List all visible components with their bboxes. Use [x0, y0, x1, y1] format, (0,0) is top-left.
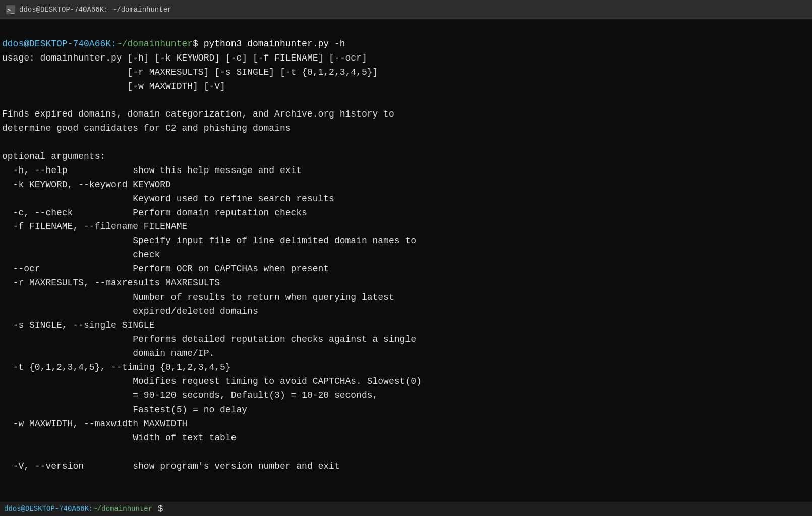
output-line-1: usage: domainhunter.py [-h] [-k KEYWORD]… — [2, 53, 422, 471]
terminal-body: ddos@DESKTOP-740A66K:~/domainhunter$ pyt… — [0, 19, 812, 491]
user-host: ddos@DESKTOP-740A66K: — [2, 39, 117, 49]
svg-text:>_: >_ — [7, 7, 15, 14]
terminal-icon: >_ — [6, 5, 15, 14]
bottom-user: ddos@DESKTOP-740A66K: — [4, 505, 93, 513]
prompt-path: ~/domainhunter — [117, 39, 193, 49]
bottom-bar: ddos@DESKTOP-740A66K: ~/domainhunter $ — [0, 502, 812, 516]
prompt-symbol: $ — [193, 39, 198, 49]
bottom-symbol: $ — [152, 504, 163, 514]
prompt-line: ddos@DESKTOP-740A66K:~/domainhunter$ pyt… — [2, 37, 810, 51]
title-bar: >_ ddos@DESKTOP-740A66K: ~/domainhunter — [0, 0, 812, 19]
title-bar-text: ddos@DESKTOP-740A66K: ~/domainhunter — [19, 6, 171, 14]
command-text: python3 domainhunter.py -h — [198, 39, 345, 49]
bottom-path: ~/domainhunter — [93, 505, 152, 513]
